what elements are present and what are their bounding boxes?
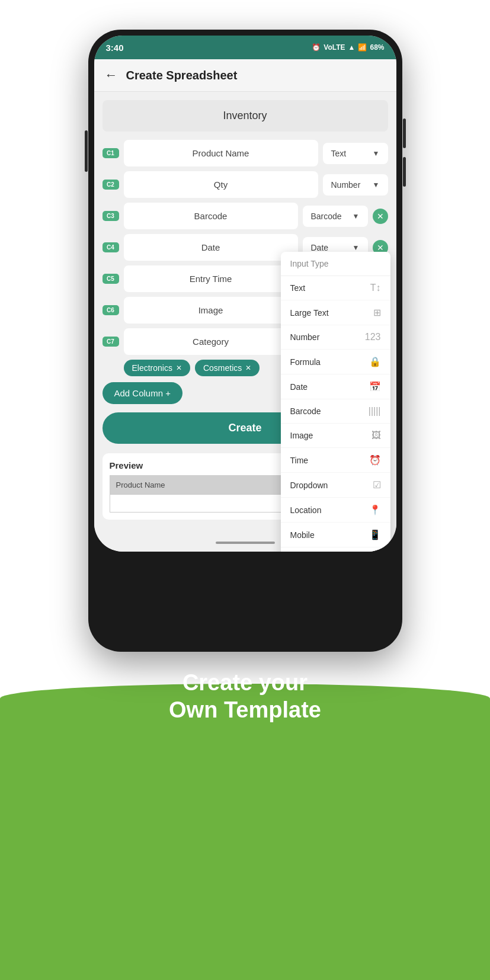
col-type-label-c4: Date: [311, 243, 329, 252]
volte-icon: VoLTE: [324, 43, 345, 52]
col-badge-c1: C1: [103, 148, 119, 158]
col-name-c5[interactable]: Entry Time: [124, 265, 298, 292]
wifi-icon: ▲: [348, 43, 356, 52]
dropdown-type-icon: ☑: [373, 479, 381, 491]
app-content: Inventory C1 Product Name Text ▼ C2 Qty: [94, 92, 396, 534]
time-type-icon: ⏰: [369, 454, 381, 466]
col-type-c2[interactable]: Number ▼: [323, 174, 388, 196]
col-badge-c3: C3: [103, 211, 119, 221]
preview-col-1: Product Name: [110, 476, 303, 495]
dropdown-item-number[interactable]: Number 123: [281, 325, 390, 350]
alarm-icon: ⏰: [312, 43, 321, 52]
mobile-type-icon: 📱: [369, 529, 381, 540]
number-type-icon: 123: [365, 332, 381, 342]
dropdown-item-time[interactable]: Time ⏰: [281, 448, 390, 473]
dropdown-item-time-label: Time: [290, 456, 309, 465]
col-badge-c6: C6: [103, 305, 119, 315]
dropdown-item-date-label: Date: [290, 382, 308, 392]
volume-up-button: [403, 119, 406, 148]
dropdown-header: Input Type: [281, 252, 390, 276]
battery-icon: 68%: [370, 43, 384, 52]
dropdown-arrow-c1: ▼: [373, 149, 380, 158]
barcode-type-icon: |||||: [369, 406, 381, 417]
add-column-button[interactable]: Add Column +: [103, 382, 182, 404]
dropdown-item-large-text[interactable]: Large Text ⊞: [281, 300, 390, 325]
power-button: [85, 130, 88, 172]
dropdown-item-dropdown[interactable]: Dropdown ☑: [281, 473, 390, 498]
home-bar: [216, 542, 275, 544]
page-wrapper: 3:40 ⏰ VoLTE ▲ 📶 68% ← Create Spreadshee…: [0, 0, 490, 980]
tag-label-cosmetics: Cosmetics: [203, 363, 242, 373]
col-name-c7[interactable]: Category: [124, 328, 298, 355]
col-name-c6[interactable]: Image: [124, 297, 298, 324]
col-type-c3[interactable]: Barcode ▼: [303, 206, 368, 227]
footer-line2: Own Template: [169, 697, 321, 724]
signal-icon: 📶: [358, 43, 367, 52]
dropdown-item-location-label: Location: [290, 505, 322, 515]
status-icons: ⏰ VoLTE ▲ 📶 68%: [312, 43, 384, 52]
col-name-c2[interactable]: Qty: [124, 171, 318, 198]
status-bar: 3:40 ⏰ VoLTE ▲ 📶 68%: [94, 36, 396, 59]
preview-cell-1-1: [110, 495, 303, 513]
location-type-icon: 📍: [369, 504, 381, 515]
footer-text: Create your Own Template: [169, 670, 321, 747]
col-type-label-c2: Number: [331, 180, 361, 190]
phone-screen: 3:40 ⏰ VoLTE ▲ 📶 68% ← Create Spreadshee…: [94, 36, 396, 552]
tag-cosmetics[interactable]: Cosmetics ✕: [195, 360, 260, 376]
tag-electronics[interactable]: Electronics ✕: [124, 360, 190, 376]
col-badge-c4: C4: [103, 242, 119, 252]
col-type-label-c3: Barcode: [311, 212, 342, 221]
col-name-c4[interactable]: Date: [124, 234, 298, 261]
phone-frame: 3:40 ⏰ VoLTE ▲ 📶 68% ← Create Spreadshee…: [88, 30, 402, 652]
spreadsheet-name[interactable]: Inventory: [103, 100, 388, 132]
phone-container: 3:40 ⏰ VoLTE ▲ 📶 68% ← Create Spreadshee…: [88, 30, 402, 652]
back-button[interactable]: ←: [105, 68, 118, 83]
dropdown-item-large-text-label: Large Text: [290, 308, 329, 318]
col-badge-c2: C2: [103, 180, 119, 190]
large-text-type-icon: ⊞: [373, 307, 381, 318]
col-name-c3[interactable]: Barcode: [124, 203, 298, 229]
col-badge-c7: C7: [103, 337, 119, 347]
dropdown-item-image[interactable]: Image 🖼: [281, 424, 390, 448]
dropdown-item-dropdown-label: Dropdown: [290, 481, 328, 490]
dropdown-item-email[interactable]: Email ✉: [281, 547, 390, 552]
image-type-icon: 🖼: [371, 430, 381, 441]
text-type-icon: T↕: [370, 283, 381, 293]
col-badge-c5: C5: [103, 274, 119, 284]
dropdown-item-location[interactable]: Location 📍: [281, 498, 390, 523]
formula-type-icon: 🔒: [369, 356, 381, 367]
dropdown-arrow-c2: ▼: [373, 181, 380, 189]
column-row-c2: C2 Qty Number ▼: [103, 171, 388, 198]
app-header: ← Create Spreadsheet: [94, 59, 396, 92]
col-type-c1[interactable]: Text ▼: [323, 143, 388, 164]
footer-line1: Create your: [169, 670, 321, 697]
col-name-c1[interactable]: Product Name: [124, 140, 318, 166]
tag-label-electronics: Electronics: [132, 363, 172, 373]
dropdown-arrow-c4: ▼: [353, 244, 360, 252]
col-type-label-c1: Text: [331, 149, 347, 158]
dropdown-item-mobile[interactable]: Mobile 📱: [281, 523, 390, 547]
date-type-icon: 📅: [369, 381, 381, 392]
tag-remove-electronics[interactable]: ✕: [176, 364, 182, 372]
dropdown-item-formula[interactable]: Formula 🔒: [281, 350, 390, 374]
input-type-dropdown[interactable]: Input Type Text T↕ Large Text ⊞ Number 1…: [281, 252, 390, 552]
dropdown-item-number-label: Number: [290, 332, 320, 342]
dropdown-item-text-label: Text: [290, 283, 306, 293]
dropdown-arrow-c3: ▼: [353, 212, 360, 220]
volume-down-button: [403, 157, 406, 187]
dropdown-item-image-label: Image: [290, 431, 313, 440]
dropdown-item-mobile-label: Mobile: [290, 530, 315, 540]
remove-col-c3[interactable]: ✕: [373, 209, 388, 224]
dropdown-item-barcode-label: Barcode: [290, 406, 321, 416]
dropdown-item-text[interactable]: Text T↕: [281, 276, 390, 300]
dropdown-item-formula-label: Formula: [290, 357, 321, 367]
dropdown-item-date[interactable]: Date 📅: [281, 374, 390, 399]
column-row-c1: C1 Product Name Text ▼: [103, 140, 388, 166]
header-title: Create Spreadsheet: [126, 69, 238, 82]
column-row-c3: C3 Barcode Barcode ▼ ✕: [103, 203, 388, 229]
tag-remove-cosmetics[interactable]: ✕: [245, 364, 251, 372]
dropdown-item-barcode[interactable]: Barcode |||||: [281, 399, 390, 424]
status-time: 3:40: [106, 43, 124, 53]
